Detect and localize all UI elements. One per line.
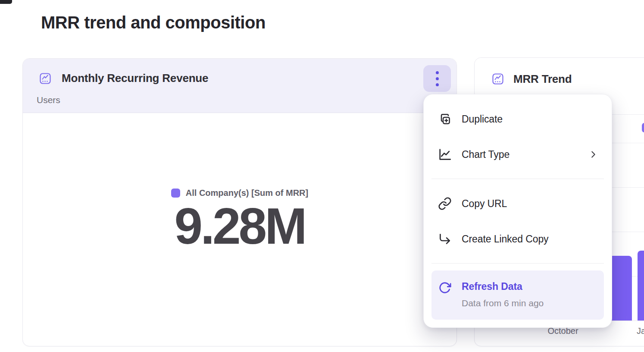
menu-item-description: Data from 6 min ago — [462, 298, 544, 308]
menu-item-label: Create Linked Copy — [462, 233, 548, 245]
x-tick-label: Ja — [637, 326, 644, 336]
metric-card-header: Monthly Recurring Revenue Users — [23, 59, 456, 113]
menu-item-label: Refresh Data — [462, 281, 544, 292]
menu-item-label: Duplicate — [462, 113, 503, 125]
menu-divider — [431, 179, 604, 179]
link-icon — [438, 196, 452, 211]
metric-card: Monthly Recurring Revenue Users All Comp… — [22, 58, 457, 346]
menu-item-copy-url[interactable]: Copy URL — [431, 190, 604, 217]
window-edge-fragment — [0, 0, 12, 4]
menu-item-label: Chart Type — [462, 149, 510, 160]
legend-label: All Company(s) [Sum of MRR] — [186, 188, 308, 198]
refresh-texts: Refresh Data Data from 6 min ago — [462, 281, 544, 308]
refresh-icon — [438, 281, 451, 294]
card-options-button[interactable] — [423, 65, 451, 92]
menu-item-label: Copy URL — [462, 198, 507, 210]
menu-item-refresh-data[interactable]: Refresh Data Data from 6 min ago — [431, 270, 604, 320]
trend-card-title: MRR Trend — [513, 72, 572, 86]
chevron-right-icon — [588, 150, 598, 159]
metric-legend: All Company(s) [Sum of MRR] — [171, 188, 308, 198]
menu-item-duplicate[interactable]: Duplicate — [431, 106, 604, 132]
corner-down-right-icon — [438, 232, 452, 246]
menu-item-create-linked-copy[interactable]: Create Linked Copy — [431, 226, 604, 252]
duplicate-icon — [438, 112, 452, 126]
trend-bar — [638, 251, 644, 321]
menu-item-chart-type[interactable]: Chart Type — [431, 141, 604, 168]
chart-type-icon — [438, 147, 452, 162]
metric-card-subtitle: Users — [37, 95, 60, 105]
kebab-vertical-icon — [436, 71, 439, 86]
chart-card-icon — [492, 73, 504, 85]
metric-block: All Company(s) [Sum of MRR] 9.28M — [23, 188, 456, 251]
card-options-menu: Duplicate Chart Type Copy URL — [423, 94, 612, 328]
metric-value: 9.28M — [175, 201, 305, 251]
menu-divider — [431, 263, 604, 264]
legend-swatch-icon — [171, 189, 180, 198]
metric-card-title: Monthly Recurring Revenue — [62, 72, 208, 85]
legend-swatch-icon — [642, 123, 644, 132]
trend-bar — [609, 256, 632, 321]
page-title: MRR trend and composition — [41, 13, 266, 32]
chart-card-icon — [39, 72, 51, 85]
